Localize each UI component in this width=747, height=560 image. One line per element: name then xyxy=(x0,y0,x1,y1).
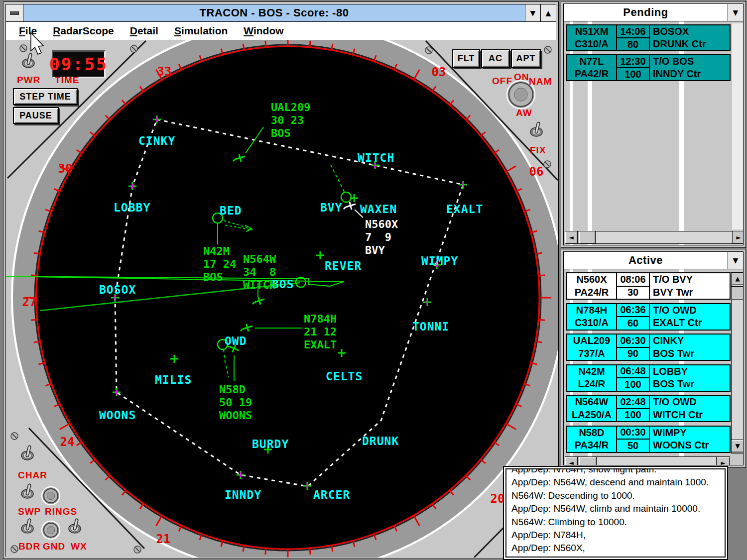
compass-tick xyxy=(31,275,37,276)
strip-callsign[interactable]: N564WLA250/A xyxy=(566,395,617,422)
pause-button[interactable]: PAUSE xyxy=(13,107,59,124)
strip-callsign[interactable]: N784HC310/A xyxy=(566,303,617,331)
step-time-button[interactable]: STEP TIME xyxy=(13,88,78,105)
ac-button[interactable]: AC xyxy=(481,49,510,68)
strip-time[interactable]: 06:30 xyxy=(616,334,650,348)
flt-button[interactable]: FLT xyxy=(452,49,480,68)
strip-callsign-text: PA24/R xyxy=(567,286,616,299)
active-scroll-up[interactable]: ▲ xyxy=(731,272,744,285)
strip-altitude[interactable]: 30 xyxy=(616,286,650,300)
pending-scroll-right[interactable]: ► xyxy=(732,231,744,244)
scrollbar-thumb[interactable] xyxy=(731,286,744,300)
pending-scroll-left[interactable]: ◄ xyxy=(565,231,578,244)
strip-altitude[interactable]: 60 xyxy=(616,316,650,331)
maximize-button[interactable]: ▲ xyxy=(540,4,556,21)
system-menu-button[interactable] xyxy=(6,4,23,21)
strip-callsign-text: UAL209 xyxy=(567,335,616,347)
minimize-button[interactable]: ▼ xyxy=(525,4,540,21)
strip-route[interactable]: WIMPYWOONS Ctr xyxy=(649,426,731,453)
strip-time[interactable]: 06:48 xyxy=(616,364,650,379)
strip-route-text: WITCH Ctr xyxy=(650,409,730,421)
strip-time[interactable]: 02:48 xyxy=(616,395,650,409)
scrollbar-thumb[interactable] xyxy=(579,456,597,465)
strip-route-text: T/O OWD xyxy=(650,304,730,317)
active-title: Active xyxy=(564,252,728,269)
strip-callsign[interactable]: N77LPA42/R xyxy=(566,54,617,81)
pwr-label: PWR xyxy=(17,75,40,86)
scrollbar-thumb[interactable] xyxy=(579,231,596,244)
nam-off-label: OFF xyxy=(492,76,512,87)
nam-knob[interactable] xyxy=(514,88,527,101)
fix-label: FIX xyxy=(530,145,546,156)
pending-title: Pending xyxy=(564,4,728,21)
apt-button[interactable]: APT xyxy=(511,49,541,68)
menu-item-detail[interactable]: Detail xyxy=(130,25,158,37)
waypoint-label-celts: CELTS xyxy=(326,370,363,383)
strip-time[interactable]: 06:36 xyxy=(616,303,650,318)
strip-route[interactable]: LOBBYBOS Twr xyxy=(649,364,731,392)
strip-callsign-text: N51XM xyxy=(567,25,616,38)
pending-vscroll-track[interactable] xyxy=(732,23,744,229)
gnd-knob[interactable] xyxy=(47,526,54,534)
waypoint-label-arcer: ARCER xyxy=(313,488,350,501)
strip-callsign[interactable]: UAL209737/A xyxy=(566,334,617,361)
active-scroll-right[interactable]: ► xyxy=(716,456,730,465)
strip-callsign[interactable]: N560XPA24/R xyxy=(566,272,617,300)
strip-route[interactable]: BOSOXDRUNK Ctr xyxy=(649,24,731,51)
pending-collapse-button[interactable]: ▼ xyxy=(728,4,743,21)
waypoint-label-bed: BED xyxy=(220,204,242,217)
waypoint-label-woons: WOONS xyxy=(99,409,136,422)
waypoint-label-tonni: TONNI xyxy=(412,320,449,333)
waypoint-label-rever: REVER xyxy=(325,259,362,272)
waypoint-label-bvy: BVY xyxy=(320,201,343,214)
strip-altitude[interactable]: 50 xyxy=(616,439,650,453)
strip-route-text: DRUNK Ctr xyxy=(650,38,730,50)
strip-route[interactable]: T/O BVYBVY Twr xyxy=(649,272,731,300)
menu-item-radarscope[interactable]: RadarScope xyxy=(53,25,114,37)
strip-time[interactable]: 12:30 xyxy=(616,54,650,68)
compass-number: 27 xyxy=(22,295,37,309)
strip-altitude[interactable]: 80 xyxy=(616,37,650,51)
active-scroll-down[interactable]: ▼ xyxy=(731,440,744,452)
compass-tick xyxy=(34,253,40,254)
compass-tick xyxy=(539,320,545,320)
compass-tick xyxy=(536,341,542,342)
strip-altitude[interactable]: 100 xyxy=(616,377,650,392)
strip-route[interactable]: CINKYBOS Twr xyxy=(649,334,731,361)
strip-route[interactable]: T/O OWDWITCH Ctr xyxy=(649,395,731,422)
menu-item-window[interactable]: Window xyxy=(244,25,283,37)
strip-altitude[interactable]: 100 xyxy=(616,408,650,423)
waypoint-label-wimpy: WIMPY xyxy=(421,254,458,267)
strip-time-text: 14:06 xyxy=(620,26,645,37)
strip-callsign-text: N42M xyxy=(567,365,616,378)
compass-tick xyxy=(539,275,545,276)
datablock-n564w[interactable]: N564W34 8WITCH xyxy=(243,253,276,291)
strip-route[interactable]: T/O BOSINNDY Ctr xyxy=(649,54,731,81)
strip-callsign-text: N58D xyxy=(567,427,616,439)
menu-item-file[interactable]: File xyxy=(19,25,37,37)
active-scroll-left[interactable]: ◄ xyxy=(565,456,578,465)
char-label: CHAR xyxy=(18,470,47,481)
strip-time[interactable]: 08:06 xyxy=(616,272,650,287)
compass-tick xyxy=(310,41,310,47)
strip-route[interactable]: T/O OWDEXALT Ctr xyxy=(649,303,731,331)
waypoint-label-burdy: BURDY xyxy=(252,438,289,450)
strip-callsign[interactable]: N42ML24/R xyxy=(566,364,617,392)
rings-knob[interactable] xyxy=(47,492,54,499)
strip-altitude[interactable]: 100 xyxy=(616,67,650,81)
active-collapse-button[interactable]: ▼ xyxy=(728,252,743,269)
strip-route-text: INNDY Ctr xyxy=(650,68,730,80)
strip-callsign[interactable]: N58DPA34/R xyxy=(566,426,617,453)
message-log-inner: App/Dep: N784H, show flight path.App/Dep… xyxy=(505,468,726,558)
menu-item-simulation[interactable]: Simulation xyxy=(174,25,228,37)
strip-time[interactable]: 00:30 xyxy=(616,426,650,440)
strip-callsign[interactable]: N51XMC310/A xyxy=(566,24,617,51)
log-line: App/Dep: N784H, show flight path. xyxy=(511,468,720,476)
waypoint-label-milis: MILIS xyxy=(155,373,192,386)
log-line: N564W: Descending to 1000. xyxy=(511,489,720,502)
strip-altitude[interactable]: 90 xyxy=(616,347,650,361)
radar-scope[interactable]: 3303300627242120CINKYWITCHLOBBYBEDBVYWAX… xyxy=(6,40,558,558)
aw-label: AW xyxy=(516,108,532,118)
datablock-n784h[interactable]: N784H21 12EXALT xyxy=(304,313,337,351)
strip-time[interactable]: 14:06 xyxy=(616,24,650,38)
